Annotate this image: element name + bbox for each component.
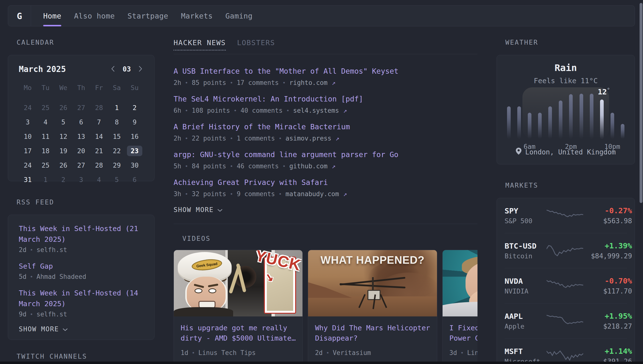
news-item-title[interactable]: argp: GNU-style command line argument pa… (174, 150, 477, 159)
news-item: argp: GNU-style command line argument pa… (174, 150, 477, 170)
market-row[interactable]: BTC-USD Bitcoin +1.39% $84,999.29 (505, 233, 627, 268)
rss-item-title[interactable]: This Week in Self-Hosted (14March 2025) (19, 288, 144, 309)
video-title[interactable]: His upgrade got me reallydirty - AMD $50… (181, 323, 296, 343)
rss-item-source: selfh.st (37, 246, 67, 254)
glance-dashboard: G HomeAlso homeStartpageMarketsGaming CA… (0, 0, 643, 364)
market-row[interactable]: SPY S&P 500 -0.27% $563.98 (505, 198, 627, 233)
calendar-day: 19 (55, 144, 72, 158)
news-item-domain-link[interactable]: asimov.press (286, 135, 332, 142)
news-item-age: 2h (174, 135, 181, 142)
calendar-day: 2 (55, 172, 72, 187)
video-channel: Linus Tec (467, 349, 477, 356)
news-tab[interactable]: LOBSTERS (237, 38, 275, 50)
video-title[interactable]: I Fixed the 5Power Connect (449, 323, 477, 343)
nav-tab-label: Gaming (225, 12, 252, 20)
right-column: WEATHER Rain Feels like 11°C 6am2pm12°10… (496, 38, 635, 364)
rss-item: This Week in Self-Hosted (14March 2025) … (19, 288, 144, 318)
calendar-day-grid: 2425262728123456789101112131415161718192… (19, 100, 144, 187)
video-title-line[interactable]: dirty - AMD $5000 Ultimate… (181, 333, 296, 343)
market-name: S&P 500 (505, 217, 546, 225)
calendar-day: 27 (72, 100, 90, 115)
news-item-domain-link[interactable]: matanabudy.com (286, 190, 339, 198)
video-card[interactable]: DOTHT I Fixed the 5Power Connect 3d • Li… (442, 250, 477, 364)
video-caption: Why Did The Mars HelicopterDisappear? 2d… (308, 316, 437, 364)
rss-item-title[interactable]: This Week in Self-Hosted (21March 2025) (19, 223, 144, 245)
news-item-domain-link[interactable]: righto.com (289, 79, 328, 86)
market-row[interactable]: AAPL Apple +1.95% $218.27 (505, 303, 627, 338)
scrollbar-thumb[interactable] (639, 3, 642, 203)
active-tab-underline (43, 25, 61, 26)
video-title-line[interactable]: Power Connect (449, 333, 477, 343)
video-card[interactable]: Geek Squad YUCK ↘ His upgrade got me rea… (174, 250, 303, 364)
market-values-block: -0.27% $563.98 (583, 206, 632, 225)
dot-separator: • (230, 191, 233, 197)
video-title-line[interactable]: Disappear? (315, 333, 430, 343)
news-item-title[interactable]: Achieving Great Privacy with Safari (174, 178, 477, 187)
location-pin-icon (516, 148, 521, 156)
news-tab[interactable]: HACKER NEWS (174, 38, 226, 50)
calendar-weekday: We (55, 82, 72, 94)
dot-separator: • (192, 350, 195, 356)
video-thumbnail[interactable]: Geek Squad YUCK ↘ (174, 250, 302, 316)
video-title-line[interactable]: I Fixed the 5 (449, 323, 477, 333)
nav-tab[interactable]: Home (43, 6, 61, 26)
sparkline-chart (546, 314, 583, 328)
news-show-more-button[interactable]: SHOW MORE (174, 206, 223, 214)
nav-tab-label: Home (43, 12, 61, 20)
market-name: NVIDIA (505, 288, 546, 295)
rss-show-more-button[interactable]: SHOW MORE (19, 325, 68, 333)
calendar-day: 3 (19, 115, 37, 129)
dot-separator: • (230, 80, 233, 86)
show-more-label: SHOW MORE (174, 206, 214, 214)
thumbnail-art: DOTHT (443, 250, 477, 316)
calendar-day: 11 (37, 129, 55, 144)
market-price: $563.98 (583, 217, 632, 225)
rss-item-title[interactable]: Self Gap (19, 261, 144, 272)
dot-separator: • (234, 108, 237, 114)
video-title[interactable]: Why Did The Mars HelicopterDisappear? (315, 323, 430, 343)
nav-tab[interactable]: Startpage (128, 6, 168, 26)
market-row[interactable]: MSFT Microsoft +1.14% $391.26 (505, 338, 627, 364)
rss-item: This Week in Self-Hosted (21March 2025) … (19, 223, 144, 254)
market-row[interactable]: NVDA NVIDIA -0.70% $117.70 (505, 268, 627, 303)
nav-tabs: HomeAlso homeStartpageMarketsGaming (31, 6, 253, 26)
market-change: +1.95% (583, 312, 632, 320)
news-item-points: 32 points (192, 190, 226, 198)
rss-item-source: selfh.st (37, 310, 67, 318)
thumbnail-overlay-text: WHAT HAPPENED? (308, 254, 437, 266)
main-content: CALENDAR March2025 03 (8, 38, 635, 364)
calendar-day: 12 (55, 129, 72, 144)
app-logo[interactable]: G (8, 6, 31, 26)
weather-bar (579, 94, 583, 139)
rss-item-age: 9d (19, 310, 26, 318)
video-carousel: Geek Squad YUCK ↘ His upgrade got me rea… (174, 250, 477, 364)
next-month-button[interactable] (137, 64, 144, 74)
video-title-line[interactable]: His upgrade got me really (181, 323, 296, 333)
news-item-title[interactable]: The SeL4 Microkernel: An Introduction [p… (174, 95, 477, 104)
news-item-domain-link[interactable]: sel4.systems (293, 107, 339, 114)
video-title-line[interactable]: Why Did The Mars Helicopter (315, 323, 430, 333)
calendar-day: 23 (126, 144, 144, 158)
prev-month-button[interactable] (110, 64, 116, 74)
news-item-domain-link[interactable]: github.com (289, 162, 328, 170)
calendar-day: 2 (126, 100, 144, 115)
sparkline-chart (546, 349, 583, 364)
calendar-day: 1 (37, 172, 55, 187)
video-caption: I Fixed the 5Power Connect 3d • Linus Te… (443, 316, 477, 364)
nav-tab[interactable]: Also home (74, 6, 115, 26)
video-meta: 1d • Linus Tech Tips (181, 349, 296, 356)
chevron-down-icon (62, 325, 68, 333)
news-item-comments: 46 comments (237, 162, 279, 170)
calendar-day: 17 (19, 144, 37, 158)
video-card[interactable]: WHAT HAPPENED? Why Did The Mars Helicopt… (308, 250, 437, 364)
calendar-day: 6 (72, 115, 90, 129)
scrollbar-track[interactable] (639, 0, 643, 364)
video-thumbnail[interactable]: WHAT HAPPENED? (308, 250, 437, 316)
news-item-title[interactable]: A Brief History of the Miracle Bacterium (174, 122, 477, 131)
news-item-title[interactable]: A USB Interface to the "Mother of All De… (174, 67, 477, 76)
video-thumbnail[interactable]: DOTHT (443, 250, 477, 316)
weather-bar: 2pm (569, 94, 573, 139)
nav-tab[interactable]: Gaming (225, 6, 252, 26)
market-ticker: SPY (505, 206, 546, 215)
nav-tab[interactable]: Markets (181, 6, 213, 26)
